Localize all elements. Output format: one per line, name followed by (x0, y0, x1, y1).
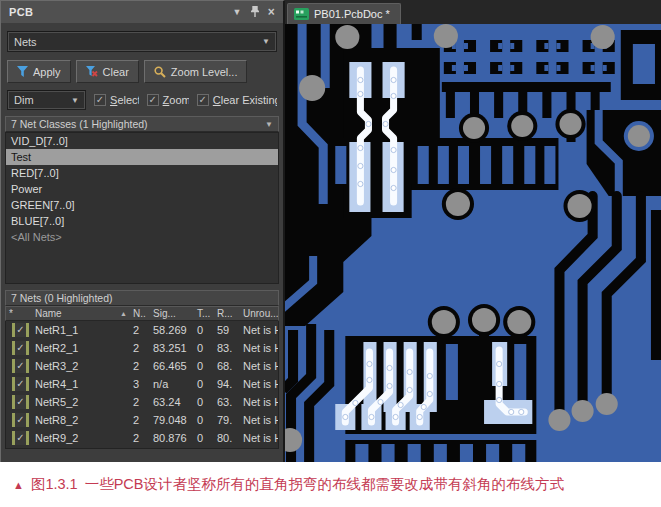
net-cell-signal: 66.465 (150, 360, 194, 372)
nets-column-5[interactable]: R... (214, 308, 240, 319)
screenshot-root: PCB ▼ × Nets ▼ (0, 0, 661, 507)
checkmark-icon: ✓ (94, 94, 106, 106)
net-class-item[interactable]: GREEN[7..0] (6, 197, 278, 213)
net-cell-nodes: 2 (130, 342, 150, 354)
panel-menu-icon[interactable]: ▼ (232, 7, 241, 17)
net-checkbox[interactable]: ✓ (12, 431, 29, 445)
pin-icon[interactable] (251, 6, 259, 19)
nets-column-3[interactable]: Sig... (150, 308, 194, 319)
net-cell-t: 0 (194, 432, 214, 444)
chevron-down-icon: ▼ (262, 37, 270, 46)
net-checkbox[interactable]: ✓ (12, 395, 29, 409)
browse-mode-select[interactable]: Nets ▼ (7, 31, 277, 52)
nets-column-0[interactable]: * (6, 308, 32, 319)
net-cell-signal: 80.876 (150, 432, 194, 444)
net-class-item[interactable]: RED[7..0] (6, 165, 278, 181)
nets-column-header[interactable]: *Name▲N..Sig...T...R...Unrou... (5, 306, 279, 321)
net-cell-name: NetR2_1 (32, 342, 130, 354)
net-cell-r: 59 (214, 324, 240, 336)
net-cell-signal: 79.048 (150, 414, 194, 426)
net-cell-signal: 83.251 (150, 342, 194, 354)
net-cell-r: 79. (214, 414, 240, 426)
net-cell-name: NetR9_2 (32, 432, 130, 444)
pcb-panel: PCB ▼ × Nets ▼ (0, 0, 285, 462)
panel-header: PCB ▼ × (1, 1, 283, 23)
net-cell-name: NetR8_2 (32, 414, 130, 426)
panel-filler (1, 449, 283, 462)
zoom-checkbox[interactable]: ✓ Zoom (147, 94, 189, 106)
net-checkbox[interactable]: ✓ (12, 341, 29, 355)
filter-clear-icon (86, 66, 98, 77)
pcb-canvas[interactable] (285, 24, 661, 462)
net-row[interactable]: ✓NetR5_2263.24063.Net is Hid (6, 393, 278, 411)
net-cell-name: NetR5_2 (32, 396, 130, 408)
net-cell-t: 0 (194, 396, 214, 408)
net-row[interactable]: ✓NetR3_2266.465068.Net is Hid (6, 357, 278, 375)
clear-existing-checkbox[interactable]: ✓ Clear Existing (197, 94, 277, 106)
net-cell-cbx[interactable]: ✓ (6, 377, 32, 391)
sort-ascending-icon: ▲ (120, 310, 127, 317)
net-cell-unrouted: Net is Hid (240, 432, 278, 444)
caption-marker-icon: ▲ (13, 479, 24, 491)
net-row[interactable]: ✓NetR8_2279.048079.Net is Hid (6, 411, 278, 429)
net-cell-t: 0 (194, 414, 214, 426)
net-row[interactable]: ✓NetR1_1258.269059Net is Hid (6, 321, 278, 339)
net-checkbox[interactable]: ✓ (12, 413, 29, 427)
apply-button[interactable]: Apply (7, 60, 71, 83)
caption-figure-label: 图1.3.1 (31, 475, 78, 494)
net-cell-cbx[interactable]: ✓ (6, 395, 32, 409)
net-class-item[interactable]: BLUE[7..0] (6, 213, 278, 229)
clear-button[interactable]: Clear (76, 60, 139, 83)
net-class-item[interactable]: Test (6, 149, 278, 165)
nets-column-4[interactable]: T... (194, 308, 214, 319)
checkmark-icon: ✓ (147, 94, 159, 106)
editor-area: PB01.PcbDoc * (285, 0, 661, 462)
net-class-item[interactable]: VID_D[7..0] (6, 133, 278, 149)
net-cell-name: NetR3_2 (32, 360, 130, 372)
net-cell-unrouted: Net is Hid (240, 342, 278, 354)
net-cell-cbx[interactable]: ✓ (6, 413, 32, 427)
chevron-down-icon: ▼ (71, 96, 79, 105)
dim-select[interactable]: Dim ▼ (7, 90, 86, 110)
net-row[interactable]: ✓NetR2_1283.251083.Net is Hid (6, 339, 278, 357)
net-checkbox[interactable]: ✓ (12, 359, 29, 373)
nets-column-1[interactable]: Name▲ (32, 308, 130, 319)
net-classes-section-header[interactable]: 7 Net Classes (1 Highlighted) ▼ (5, 116, 279, 132)
figure-caption: ▲ 图1.3.1 一些PCB设计者坚称所有的直角拐弯的布线都需要改成带有斜角的布… (0, 462, 661, 507)
nets-section-header: 7 Nets (0 Highlighted) (5, 290, 279, 306)
net-cell-cbx[interactable]: ✓ (6, 431, 32, 445)
filter-apply-icon (17, 66, 28, 77)
net-cell-unrouted: Net is Hid (240, 414, 278, 426)
net-cell-nodes: 2 (130, 396, 150, 408)
panel-close-icon[interactable]: × (268, 7, 275, 17)
net-cell-name: NetR1_1 (32, 324, 130, 336)
tab-label: PB01.PcbDoc * (314, 8, 390, 20)
net-class-item[interactable]: <All Nets> (6, 229, 278, 245)
pcb-artwork (285, 24, 661, 462)
net-cell-unrouted: Net is Hid (240, 378, 278, 390)
net-cell-nodes: 2 (130, 360, 150, 372)
nets-column-2[interactable]: N.. (130, 308, 150, 319)
tab-pb01-pcbdoc[interactable]: PB01.PcbDoc * (287, 3, 401, 24)
magnifier-icon (154, 66, 166, 78)
nets-column-6[interactable]: Unrou... (240, 308, 278, 319)
checkmark-icon: ✓ (197, 94, 209, 106)
document-tabbar: PB01.PcbDoc * (285, 0, 661, 24)
net-class-item[interactable]: Power (6, 181, 278, 197)
net-checkbox[interactable]: ✓ (12, 377, 29, 391)
select-checkbox[interactable]: ✓ Select (94, 94, 139, 106)
net-cell-cbx[interactable]: ✓ (6, 341, 32, 355)
net-cell-nodes: 2 (130, 414, 150, 426)
net-checkbox[interactable]: ✓ (12, 323, 29, 337)
net-cell-nodes: 2 (130, 324, 150, 336)
net-cell-t: 0 (194, 342, 214, 354)
net-cell-cbx[interactable]: ✓ (6, 359, 32, 373)
net-cell-signal: 63.24 (150, 396, 194, 408)
net-cell-cbx[interactable]: ✓ (6, 323, 32, 337)
zoom-level-button[interactable]: Zoom Level... (144, 60, 248, 83)
net-cell-t: 0 (194, 360, 214, 372)
net-row[interactable]: ✓NetR9_2280.876080.Net is Hid (6, 429, 278, 447)
chevron-down-icon: ▼ (265, 120, 273, 129)
net-row[interactable]: ✓NetR4_13n/a094.Net is Hid (6, 375, 278, 393)
workspace: PCB ▼ × Nets ▼ (0, 0, 661, 462)
